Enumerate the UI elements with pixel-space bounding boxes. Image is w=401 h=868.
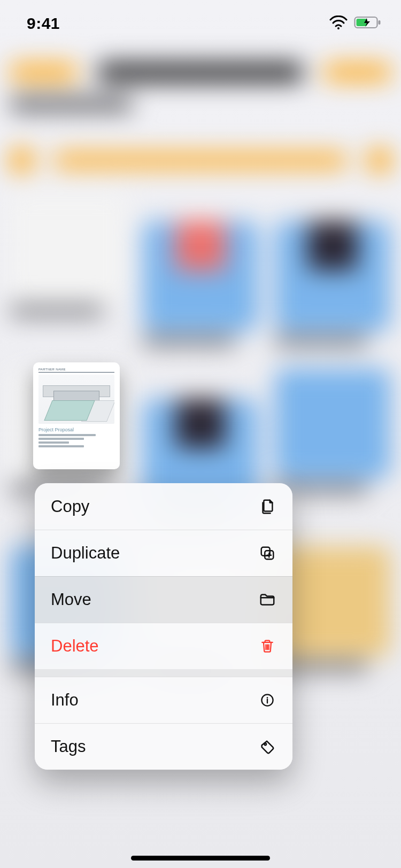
menu-label-copy: Copy [51,497,89,516]
battery-charging-icon [354,15,382,32]
info-icon [258,691,276,709]
menu-item-info[interactable]: Info [35,677,292,723]
status-bar: 9:41 [0,0,401,47]
menu-label-tags: Tags [51,737,86,756]
svg-point-8 [264,743,266,745]
svg-point-0 [337,27,340,29]
home-indicator[interactable] [131,856,270,861]
menu-item-tags[interactable]: Tags [35,723,292,770]
duplicate-icon [258,544,276,562]
copy-icon [258,498,276,516]
status-time: 9:41 [27,14,60,33]
svg-rect-3 [379,20,381,25]
menu-label-duplicate: Duplicate [51,544,120,563]
menu-item-delete[interactable]: Delete [35,623,292,669]
context-menu: Copy Duplicate Move Del [35,483,292,770]
menu-item-copy[interactable]: Copy [35,483,292,530]
wifi-icon [329,15,348,32]
menu-label-delete: Delete [51,637,99,656]
trash-icon [258,637,276,655]
menu-item-move[interactable]: Move [35,576,292,623]
preview-illustration [38,375,114,424]
preview-title: Project Proposal [38,427,114,432]
svg-point-7 [267,697,268,698]
document-preview[interactable]: PARTNER NAME Project Proposal [33,362,120,469]
menu-label-move: Move [51,590,91,609]
menu-item-duplicate[interactable]: Duplicate [35,530,292,576]
tag-icon [258,738,276,756]
preview-small-header: PARTNER NAME [38,368,114,371]
menu-label-info: Info [51,691,79,710]
folder-icon [258,591,276,609]
menu-separator [35,669,292,677]
